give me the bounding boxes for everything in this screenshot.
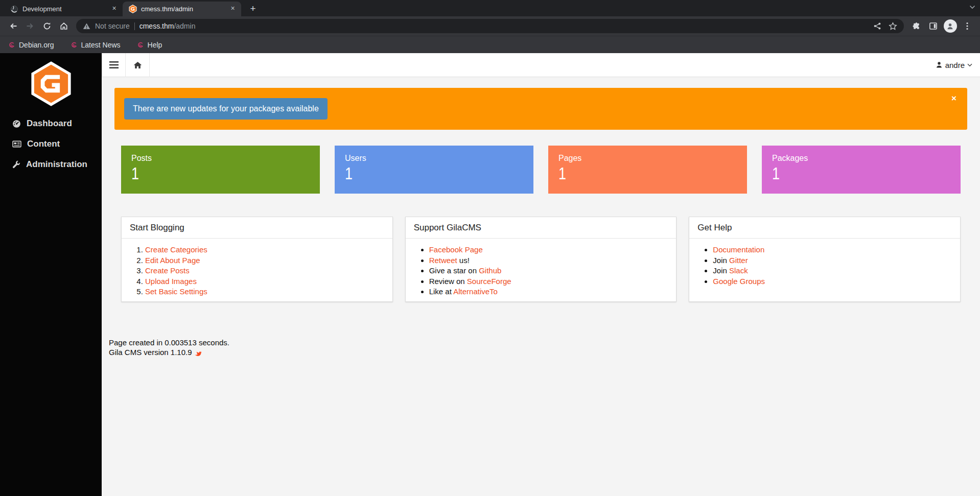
list-item: Facebook Page [429, 245, 676, 254]
list-item: Google Groups [713, 277, 960, 286]
url-divider [134, 22, 135, 30]
list-item: Documentation [713, 245, 960, 254]
page-footer: Page created in 0.003513 seconds. Gila C… [109, 338, 980, 357]
back-button[interactable] [5, 18, 21, 34]
link-google-groups[interactable]: Google Groups [713, 277, 765, 286]
list-item: Like at AlternativeTo [429, 287, 676, 296]
browser-tab-1[interactable]: Development× [4, 2, 123, 16]
stat-value: 1 [345, 164, 491, 183]
link-gitter[interactable]: Gitter [729, 256, 748, 265]
sidebar-item-administration[interactable]: Administration [0, 154, 102, 175]
panel-start-blogging: Start BloggingCreate CategoriesEdit Abou… [121, 217, 393, 302]
panel-title: Start Blogging [122, 217, 392, 239]
link-github[interactable]: Github [479, 266, 501, 275]
link-create-posts[interactable]: Create Posts [145, 266, 190, 275]
list-item: Upload Images [145, 277, 392, 286]
tab-strip-tabs: Development×cmess.thm/admin× [4, 2, 241, 16]
sidebar-item-dashboard[interactable]: Dashboard [0, 113, 102, 134]
stat-card-packages: Packages1 [762, 146, 961, 194]
stat-card-posts: Posts1 [121, 146, 320, 194]
gila-logo[interactable] [31, 61, 71, 106]
chevron-down-icon[interactable] [969, 5, 975, 9]
bookmark-debian-org[interactable]: Debian.org [8, 41, 54, 49]
share-icon[interactable] [873, 22, 881, 30]
debian-swirl-icon [137, 41, 144, 49]
bookmark-star-icon[interactable] [889, 22, 897, 31]
stat-label: Posts [131, 154, 310, 163]
bookmark-label: Debian.org [19, 41, 54, 49]
list-item: Edit About Page [145, 256, 392, 265]
stat-value: 1 [131, 164, 277, 183]
profile-avatar[interactable] [942, 18, 959, 34]
link-edit-about-page[interactable]: Edit About Page [145, 256, 200, 265]
not-secure-warning-icon [83, 22, 90, 30]
tab-close-icon[interactable]: × [228, 5, 237, 13]
user-menu[interactable]: andre [936, 61, 980, 69]
address-bar[interactable]: Not secure cmess.thm /admin [76, 19, 904, 33]
close-icon[interactable]: × [951, 94, 956, 103]
tab-title: cmess.thm/admin [141, 5, 224, 13]
link-documentation[interactable]: Documentation [713, 245, 764, 254]
link-alternativeto[interactable]: AlternativeTo [453, 287, 498, 296]
chevron-down-icon [967, 63, 972, 67]
admin-sidebar: DashboardContentAdministration [0, 53, 102, 496]
person-icon [936, 61, 943, 68]
link-set-basic-settings[interactable]: Set Basic Settings [145, 287, 207, 296]
home-button[interactable] [55, 18, 72, 34]
panel-list: Create CategoriesEdit About PageCreate P… [122, 245, 392, 296]
sidebar-item-label: Content [27, 139, 60, 149]
hamburger-menu-button[interactable] [102, 53, 126, 77]
bookmark-label: Latest News [81, 41, 121, 49]
update-packages-button[interactable]: There are new updates for your packages … [124, 98, 328, 120]
link-upload-images[interactable]: Upload Images [145, 277, 197, 286]
side-panel-icon[interactable] [925, 18, 942, 34]
browser-tab-2[interactable]: cmess.thm/admin× [123, 2, 241, 16]
debian-swirl-icon [8, 41, 15, 49]
forward-button[interactable] [21, 18, 38, 34]
bookmark-help[interactable]: Help [137, 41, 162, 49]
new-tab-button[interactable]: + [247, 4, 259, 13]
extensions-puzzle-icon[interactable] [908, 18, 925, 34]
gila-favicon-icon [129, 5, 137, 13]
twitter-bird-icon[interactable] [194, 349, 202, 356]
list-item: Review on SourceForge [429, 277, 676, 286]
link-sourceforge[interactable]: SourceForge [467, 277, 511, 286]
stat-label: Users [345, 154, 523, 163]
stat-label: Packages [772, 154, 950, 163]
panel-list: DocumentationJoin GitterJoin SlackGoogle… [689, 245, 960, 286]
list-item: Create Categories [145, 245, 392, 254]
link-slack[interactable]: Slack [729, 266, 748, 275]
list-item: Join Gitter [713, 256, 960, 265]
stat-value: 1 [558, 164, 705, 183]
link-create-categories[interactable]: Create Categories [145, 245, 207, 254]
url-host: cmess.thm [139, 22, 174, 30]
admin-main: andre There are new updates for your pac… [102, 53, 980, 496]
bookmark-label: Help [148, 41, 162, 49]
bookmark-latest-news[interactable]: Latest News [71, 41, 121, 49]
home-icon [133, 61, 142, 69]
sidebar-nav: DashboardContentAdministration [0, 113, 102, 175]
list-item: Give a star on Github [429, 266, 676, 275]
panel-title: Get Help [689, 217, 960, 239]
reload-button[interactable] [38, 18, 55, 34]
stat-card-pages: Pages1 [548, 146, 747, 194]
wrench-icon [12, 160, 20, 169]
debian-swirl-icon [71, 41, 78, 49]
update-alert-banner: There are new updates for your packages … [114, 88, 967, 130]
stat-value: 1 [772, 164, 918, 183]
tab-title: Development [22, 5, 106, 13]
list-item: Join Slack [713, 266, 960, 275]
sidebar-item-content[interactable]: Content [0, 134, 102, 154]
stat-card-users: Users1 [335, 146, 533, 194]
tab-close-icon[interactable]: × [110, 5, 119, 13]
link-facebook-page[interactable]: Facebook Page [429, 245, 483, 254]
admin-home-button[interactable] [126, 53, 150, 77]
panel-support-gilacms: Support GilaCMSFacebook PageRetweet us!G… [405, 217, 677, 302]
gila-admin-page: DashboardContentAdministration andre The… [0, 53, 980, 496]
panel-list: Facebook PageRetweet us!Give a star on G… [406, 245, 676, 296]
sidebar-item-label: Administration [26, 159, 87, 170]
browser-tab-strip: Development×cmess.thm/admin× + [0, 0, 980, 16]
hamburger-icon [109, 61, 119, 68]
browser-menu-icon[interactable] [959, 18, 975, 34]
link-retweet[interactable]: Retweet [429, 256, 457, 265]
